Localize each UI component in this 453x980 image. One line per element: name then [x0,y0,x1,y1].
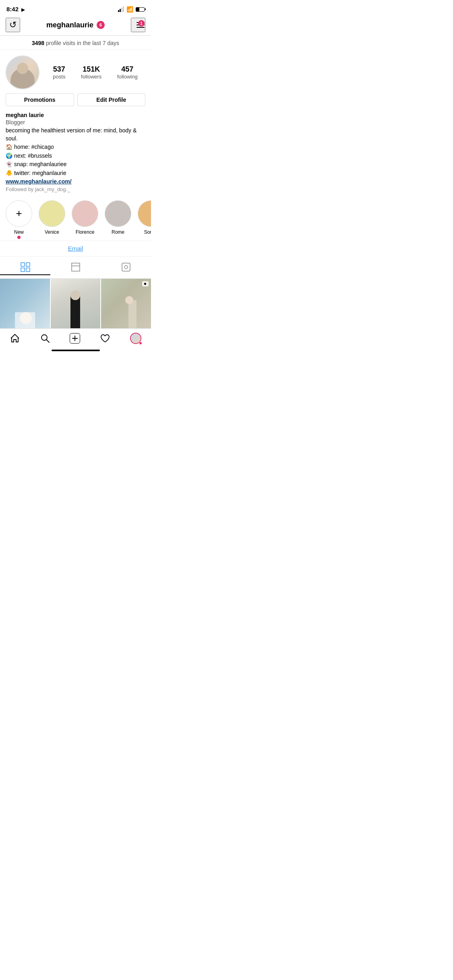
home-icon [10,333,20,344]
profile-visits-count: 3498 [32,40,44,46]
add-post-icon [70,333,80,344]
avatar[interactable] [6,56,39,89]
tab-tagged[interactable] [101,260,151,275]
promotions-button[interactable]: Promotions [6,93,74,106]
svg-rect-0 [21,263,25,266]
following-label: following [117,74,138,80]
highlight-sorrento-label: Sorr… [144,229,151,235]
following-count: 457 [121,65,133,74]
bio-twitter[interactable]: 🐥 twitter: meghanlaurie [6,169,145,177]
status-time: 8:42 [6,6,19,12]
posts-count: 537 [53,65,65,74]
nav-profile[interactable] [130,333,141,344]
feed-icon [71,262,81,272]
svg-rect-2 [21,268,25,272]
username-wrap: meghanlaurie 6 [46,21,105,29]
video-badge: ⏺ [142,281,149,286]
grid-icon [21,262,30,272]
highlight-new-circle: + [6,200,32,227]
highlight-new[interactable]: + New [6,200,32,239]
highlight-new-label: New [14,229,24,235]
tab-feed[interactable] [50,260,101,275]
tagged-icon [121,262,131,272]
status-bar: 8:42 ▶ 📶 [0,0,151,15]
svg-rect-4 [72,263,80,271]
edit-profile-button[interactable]: Edit Profile [77,93,146,106]
followers-count: 151K [83,65,100,74]
signal-icon [118,6,124,12]
notification-badge[interactable]: 6 [97,21,105,29]
post-cell-1[interactable] [0,279,50,329]
top-nav: ↺ meghanlaurie 6 1 [0,15,151,36]
nav-add[interactable] [70,333,80,344]
post-grid: ⏺ [0,279,151,329]
status-time-wrap: 8:42 ▶ [6,6,25,13]
menu-notification-badge: 1 [138,20,145,27]
stats-row: 537 posts 151K followers 457 following [45,65,145,80]
bio-next[interactable]: 🌍 next: #brussels [6,152,145,160]
avatar-image [6,56,39,89]
action-buttons: Promotions Edit Profile [0,93,151,111]
content-tabs [0,257,151,279]
home-indicator [0,346,151,353]
tab-grid[interactable] [0,260,50,275]
highlights-row: + New Venice Florence Rome Sorr… [0,197,151,241]
nav-home[interactable] [10,333,20,344]
bio-home[interactable]: 🏠 home: #chicago [6,143,145,151]
search-icon [40,333,50,344]
battery-icon [136,7,145,12]
menu-button[interactable]: 1 [131,18,145,32]
bio-occupation: Blogger [6,119,145,126]
posts-stat[interactable]: 537 posts [53,65,65,80]
highlight-rome-circle [105,200,131,227]
nav-username: meghanlaurie [46,21,93,29]
status-icons: 📶 [118,6,145,12]
followers-label: followers [81,74,101,80]
highlight-rome[interactable]: Rome [105,200,131,239]
svg-rect-1 [26,263,30,266]
following-stat[interactable]: 457 following [117,65,138,80]
highlight-venice-label: Venice [45,229,59,235]
post-cell-3[interactable]: ⏺ [101,279,151,329]
heart-icon [100,333,110,344]
location-arrow-icon: ▶ [21,7,25,12]
svg-line-9 [46,340,49,343]
profile-visits-banner: 3498 profile visits in the last 7 days [0,36,151,50]
highlight-florence-label: Florence [76,229,95,235]
hamburger-line-3 [137,27,145,28]
nav-search[interactable] [40,333,50,344]
highlight-rome-label: Rome [112,229,124,235]
profile-nav-dot [139,342,142,345]
home-bar [52,350,100,351]
highlight-venice[interactable]: Venice [39,200,65,239]
highlight-sorrento[interactable]: Sorr… [138,200,151,239]
plus-icon: + [16,207,22,220]
profile-header: 537 posts 151K followers 457 following [0,50,151,93]
bio-followed-by: Followed by jack_my_dog._ [6,186,145,192]
post-cell-2[interactable] [51,279,101,329]
wifi-icon: 📶 [126,6,133,12]
svg-rect-6 [122,263,130,271]
email-link[interactable]: Email [68,245,83,252]
profile-visits-text: profile visits in the last 7 days [44,40,119,46]
svg-point-7 [124,266,128,269]
followers-stat[interactable]: 151K followers [81,65,101,80]
highlight-florence[interactable]: Florence [72,200,98,239]
new-highlight-dot [17,236,21,239]
history-button[interactable]: ↺ [6,18,20,32]
highlight-venice-circle [39,200,65,227]
posts-label: posts [53,74,65,80]
bio-website-link[interactable]: www.meghanlaurie.com/ [6,178,145,185]
bio-tagline: becoming the healthiest version of me: m… [6,127,145,142]
history-icon: ↺ [9,20,17,30]
bio-name: meghan laurie [6,112,145,118]
svg-rect-3 [26,268,30,272]
highlight-florence-circle [72,200,98,227]
bio-snap: 👻 snap: meghanlauriee [6,161,145,169]
bio-section: meghan laurie Blogger becoming the healt… [0,111,151,197]
email-cta-section: Email [0,241,151,257]
highlight-sorrento-circle [138,200,151,227]
nav-likes[interactable] [100,333,110,344]
bottom-nav [0,328,151,346]
